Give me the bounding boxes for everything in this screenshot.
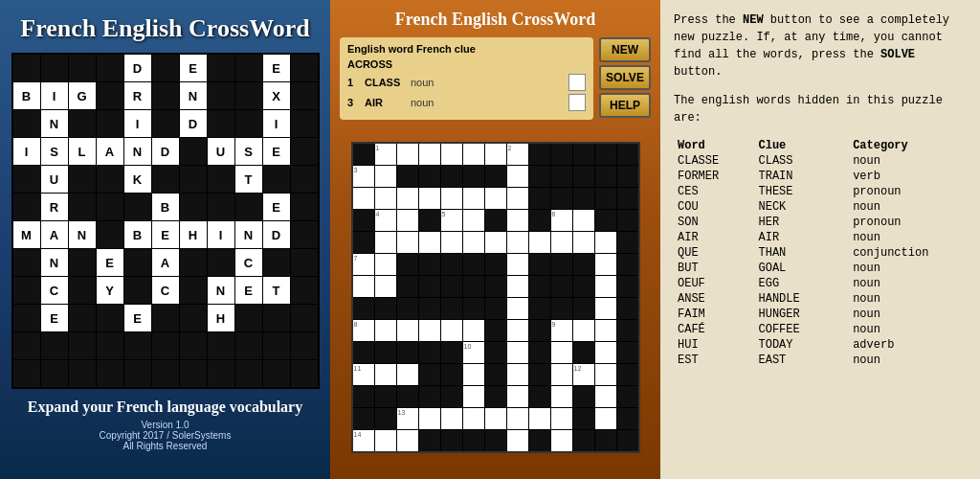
puzzle-cell[interactable] — [617, 232, 638, 253]
puzzle-cell[interactable] — [375, 386, 396, 407]
puzzle-cell[interactable] — [419, 254, 440, 275]
puzzle-cell[interactable]: 9 — [551, 320, 572, 341]
puzzle-cell[interactable] — [353, 188, 374, 209]
puzzle-cell[interactable] — [551, 430, 572, 451]
puzzle-cell[interactable] — [419, 188, 440, 209]
puzzle-cell[interactable]: 6 — [551, 210, 572, 231]
puzzle-cell[interactable]: 8 — [353, 320, 374, 341]
puzzle-cell[interactable]: 3 — [353, 166, 374, 187]
puzzle-cell[interactable]: 10 — [463, 342, 484, 363]
puzzle-cell[interactable] — [419, 342, 440, 363]
puzzle-cell[interactable] — [441, 144, 462, 165]
puzzle-cell[interactable] — [573, 320, 594, 341]
puzzle-cell[interactable] — [463, 166, 484, 187]
puzzle-cell[interactable] — [485, 430, 506, 451]
puzzle-cell[interactable] — [573, 232, 594, 253]
puzzle-cell[interactable] — [485, 188, 506, 209]
puzzle-cell[interactable] — [353, 386, 374, 407]
puzzle-cell[interactable] — [441, 298, 462, 319]
puzzle-cell[interactable] — [551, 254, 572, 275]
puzzle-cell[interactable] — [573, 276, 594, 297]
puzzle-cell[interactable] — [375, 298, 396, 319]
puzzle-cell[interactable] — [507, 430, 528, 451]
puzzle-cell[interactable] — [419, 276, 440, 297]
puzzle-cell[interactable] — [397, 232, 418, 253]
puzzle-cell[interactable] — [507, 320, 528, 341]
puzzle-cell[interactable] — [507, 276, 528, 297]
puzzle-cell[interactable] — [375, 166, 396, 187]
clue3-checkbox[interactable] — [568, 94, 586, 111]
puzzle-cell[interactable] — [529, 254, 550, 275]
puzzle-cell[interactable] — [441, 188, 462, 209]
puzzle-cell[interactable] — [397, 320, 418, 341]
puzzle-cell[interactable] — [419, 320, 440, 341]
puzzle-cell[interactable] — [595, 188, 616, 209]
puzzle-cell[interactable] — [375, 188, 396, 209]
puzzle-cell[interactable] — [617, 254, 638, 275]
puzzle-cell[interactable] — [485, 408, 506, 429]
solve-button[interactable]: SOLVE — [599, 65, 651, 90]
puzzle-cell[interactable] — [419, 144, 440, 165]
puzzle-cell[interactable] — [353, 210, 374, 231]
puzzle-cell[interactable] — [441, 342, 462, 363]
puzzle-cell[interactable] — [397, 210, 418, 231]
puzzle-cell[interactable] — [529, 430, 550, 451]
puzzle-cell[interactable] — [485, 364, 506, 385]
puzzle-cell[interactable] — [529, 232, 550, 253]
puzzle-cell[interactable] — [595, 298, 616, 319]
puzzle-cell[interactable] — [353, 342, 374, 363]
puzzle-cell[interactable] — [617, 430, 638, 451]
puzzle-cell[interactable] — [353, 298, 374, 319]
puzzle-cell[interactable] — [595, 408, 616, 429]
puzzle-cell[interactable] — [573, 254, 594, 275]
puzzle-cell[interactable] — [617, 320, 638, 341]
puzzle-cell[interactable] — [595, 276, 616, 297]
puzzle-cell[interactable] — [375, 276, 396, 297]
puzzle-cell[interactable] — [441, 408, 462, 429]
puzzle-cell[interactable] — [375, 254, 396, 275]
puzzle-cell[interactable] — [573, 430, 594, 451]
puzzle-cell[interactable] — [507, 386, 528, 407]
puzzle-cell[interactable] — [573, 144, 594, 165]
puzzle-cell[interactable] — [507, 166, 528, 187]
puzzle-cell[interactable] — [617, 210, 638, 231]
puzzle-cell[interactable] — [507, 188, 528, 209]
puzzle-cell[interactable] — [551, 364, 572, 385]
puzzle-cell[interactable] — [463, 320, 484, 341]
puzzle-cell[interactable] — [397, 298, 418, 319]
puzzle-cell[interactable] — [507, 342, 528, 363]
puzzle-cell[interactable] — [463, 276, 484, 297]
puzzle-cell[interactable] — [573, 166, 594, 187]
puzzle-cell[interactable] — [375, 408, 396, 429]
puzzle-cell[interactable] — [463, 144, 484, 165]
puzzle-cell[interactable] — [551, 386, 572, 407]
puzzle-cell[interactable] — [441, 232, 462, 253]
puzzle-cell[interactable] — [617, 298, 638, 319]
puzzle-cell[interactable]: 12 — [573, 364, 594, 385]
puzzle-cell[interactable] — [507, 232, 528, 253]
puzzle-cell[interactable] — [617, 276, 638, 297]
puzzle-cell[interactable] — [529, 386, 550, 407]
puzzle-cell[interactable]: 5 — [441, 210, 462, 231]
puzzle-cell[interactable] — [595, 210, 616, 231]
puzzle-cell[interactable] — [485, 210, 506, 231]
puzzle-cell[interactable] — [441, 254, 462, 275]
puzzle-cell[interactable] — [529, 320, 550, 341]
puzzle-cell[interactable] — [485, 298, 506, 319]
puzzle-cell[interactable] — [595, 144, 616, 165]
puzzle-cell[interactable] — [419, 364, 440, 385]
puzzle-cell[interactable] — [551, 276, 572, 297]
puzzle-cell[interactable] — [595, 386, 616, 407]
puzzle-cell[interactable] — [573, 342, 594, 363]
puzzle-cell[interactable] — [353, 144, 374, 165]
puzzle-cell[interactable] — [485, 232, 506, 253]
puzzle-cell[interactable] — [529, 188, 550, 209]
puzzle-cell[interactable]: 13 — [397, 408, 418, 429]
puzzle-cell[interactable]: 4 — [375, 210, 396, 231]
puzzle-cell[interactable] — [397, 276, 418, 297]
puzzle-cell[interactable] — [595, 254, 616, 275]
puzzle-cell[interactable] — [573, 386, 594, 407]
puzzle-cell[interactable] — [397, 342, 418, 363]
puzzle-cell[interactable] — [353, 232, 374, 253]
puzzle-cell[interactable] — [485, 254, 506, 275]
